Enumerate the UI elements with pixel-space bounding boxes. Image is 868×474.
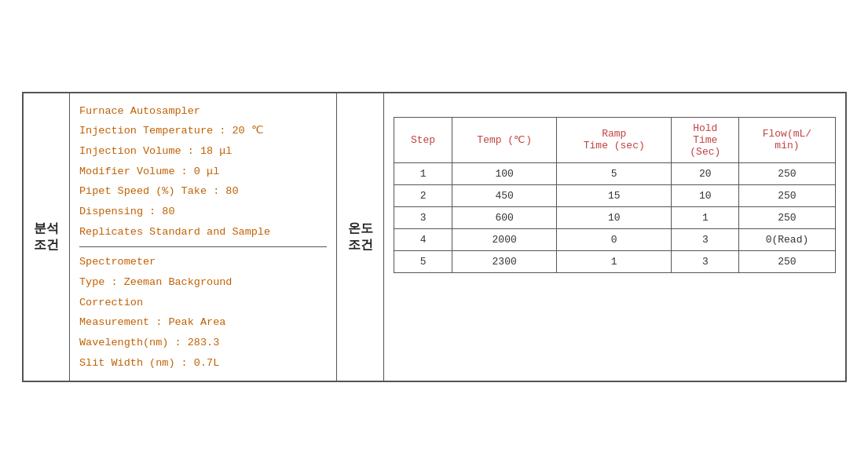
cell-ramp-5: 1 bbox=[557, 250, 672, 272]
cell-step-3: 3 bbox=[394, 206, 452, 228]
table-row: 4 2000 0 3 0(Read) bbox=[394, 228, 836, 250]
cell-temp-2: 450 bbox=[452, 184, 557, 206]
col-hold: HoldTime(Sec) bbox=[672, 117, 739, 162]
cell-ramp-4: 0 bbox=[557, 228, 672, 250]
cell-step-2: 2 bbox=[394, 184, 452, 206]
col-ramp: RampTime (sec) bbox=[557, 117, 672, 162]
table-row: 3 600 10 1 250 bbox=[394, 206, 836, 228]
info-line-3: Injection Volume : 18 μl bbox=[79, 141, 327, 162]
section-spectrometer: Spectrometer Type : Zeeman Background Co… bbox=[79, 252, 327, 373]
col-step: Step bbox=[394, 117, 452, 162]
cell-hold-4: 3 bbox=[672, 228, 739, 250]
info-line-8: Spectrometer bbox=[79, 252, 327, 272]
cell-flow-5: 250 bbox=[739, 250, 835, 272]
cell-flow-3: 250 bbox=[739, 206, 835, 228]
section-furnace: Furnace Autosampler Injection Temperatur… bbox=[79, 101, 327, 242]
cell-hold-5: 3 bbox=[672, 250, 739, 272]
cell-hold-3: 1 bbox=[672, 206, 739, 228]
table-row: 2 450 15 10 250 bbox=[394, 184, 836, 206]
info-section: Furnace Autosampler Injection Temperatur… bbox=[70, 93, 337, 381]
table-row: 1 100 5 20 250 bbox=[394, 162, 836, 184]
info-line-7: Replicates Standard and Sample bbox=[79, 222, 327, 242]
info-line-2: Injection Temperature : 20 ℃ bbox=[79, 121, 327, 141]
info-line-11: Measurement : Peak Area bbox=[79, 312, 327, 333]
cell-temp-4: 2000 bbox=[452, 228, 557, 250]
col-temp: Temp (℃) bbox=[452, 117, 557, 162]
section-divider bbox=[79, 246, 327, 247]
cell-ramp-2: 15 bbox=[557, 184, 672, 206]
cell-temp-5: 2300 bbox=[452, 250, 557, 272]
info-line-12: Wavelength(nm) : 283.3 bbox=[79, 333, 327, 353]
cell-flow-1: 250 bbox=[739, 162, 835, 184]
table-row: 5 2300 1 3 250 bbox=[394, 250, 836, 272]
info-line-1: Furnace Autosampler bbox=[79, 101, 327, 122]
info-line-4: Modifier Volume : 0 μl bbox=[79, 162, 327, 182]
cell-flow-4: 0(Read) bbox=[739, 228, 835, 250]
cell-ramp-3: 10 bbox=[557, 206, 672, 228]
info-line-13: Slit Width (nm) : 0.7L bbox=[79, 353, 327, 374]
cell-temp-1: 100 bbox=[452, 162, 557, 184]
label-analysis-condition: 분석조건 bbox=[23, 93, 70, 381]
cell-step-1: 1 bbox=[394, 162, 452, 184]
cell-flow-2: 250 bbox=[739, 184, 835, 206]
col-flow: Flow(mL/min) bbox=[739, 117, 835, 162]
cell-hold-1: 20 bbox=[672, 162, 739, 184]
temp-label-text: 온도조건 bbox=[348, 222, 373, 253]
info-line-9: Type : Zeeman Background bbox=[79, 272, 327, 293]
cell-temp-3: 600 bbox=[452, 206, 557, 228]
temperature-table-cell: Step Temp (℃) RampTime (sec) HoldTime(Se… bbox=[384, 93, 846, 381]
table-header-row: Step Temp (℃) RampTime (sec) HoldTime(Se… bbox=[394, 117, 836, 162]
cell-step-5: 5 bbox=[394, 250, 452, 272]
label-text: 분석조건 bbox=[34, 222, 59, 253]
info-line-6: Dispensing : 80 bbox=[79, 202, 327, 222]
label-temp-condition: 온도조건 bbox=[337, 93, 384, 381]
cell-hold-2: 10 bbox=[672, 184, 739, 206]
info-line-5: Pipet Speed (%) Take : 80 bbox=[79, 181, 327, 202]
cell-ramp-1: 5 bbox=[557, 162, 672, 184]
info-line-10: Correction bbox=[79, 293, 327, 313]
cell-step-4: 4 bbox=[394, 228, 452, 250]
main-table: 분석조건 Furnace Autosampler Injection Tempe… bbox=[22, 92, 847, 382]
temperature-table: Step Temp (℃) RampTime (sec) HoldTime(Se… bbox=[394, 117, 836, 273]
